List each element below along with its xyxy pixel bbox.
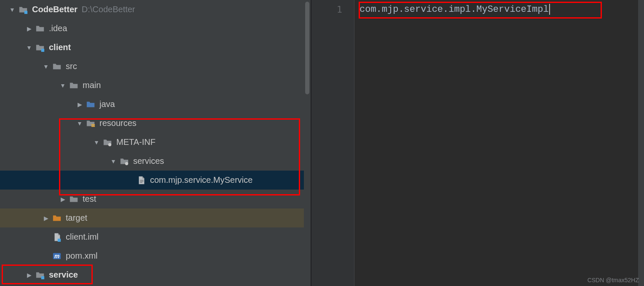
chevron-right-icon[interactable]: ▶	[26, 25, 32, 32]
editor-right-strip	[638, 0, 644, 286]
target-folder-icon	[52, 214, 62, 223]
tree-row-service[interactable]: ▶service	[0, 265, 304, 284]
project-icon	[19, 5, 28, 14]
tree-label: .idea	[49, 24, 67, 33]
svg-rect-6	[140, 180, 143, 180]
chevron-down-icon[interactable]: ▼	[60, 82, 66, 89]
chevron-down-icon[interactable]: ▼	[77, 120, 83, 127]
src-folder-icon	[86, 100, 95, 109]
chevron-right-icon[interactable]: ▶	[60, 196, 66, 203]
res-folder-icon	[86, 119, 95, 128]
chevron-down-icon[interactable]: ▼	[94, 139, 99, 146]
tree-label: META-INF	[116, 137, 156, 147]
project-tree-panel: ▼CodeBetterD:\CodeBetter▶.idea▼client▼sr…	[0, 0, 311, 286]
tree-label: main	[83, 80, 101, 90]
chevron-down-icon[interactable]: ▼	[43, 63, 49, 70]
app-root: ▼CodeBetterD:\CodeBetter▶.idea▼client▼sr…	[0, 0, 644, 286]
tree-row-main[interactable]: ▼main	[0, 76, 304, 95]
iml-icon	[52, 233, 62, 242]
svg-rect-1	[41, 48, 44, 51]
tree-label: java	[99, 99, 115, 109]
chevron-down-icon[interactable]: ▼	[110, 158, 116, 165]
svg-rect-12	[41, 276, 44, 279]
tree-row-java[interactable]: ▶java	[0, 95, 304, 114]
svg-rect-0	[24, 11, 27, 13]
tree-row-meta-inf[interactable]: ▼META-INF	[0, 133, 304, 152]
tree-label: CodeBetter	[32, 5, 78, 14]
tree-row-com-mjp-service-myservice[interactable]: ▶com.mjp.service.MyService	[0, 171, 304, 190]
svg-rect-9	[58, 238, 61, 241]
editor-panel: 1 com.mjp.service.impl.MyServiceImpl CSD…	[311, 0, 644, 286]
line-number: 1	[311, 3, 354, 17]
tree-row-target[interactable]: ▶target	[0, 208, 304, 227]
code-text: com.mjp.service.impl.MyServiceImpl	[360, 4, 549, 15]
tree-label: target	[66, 213, 87, 223]
tree-row-services[interactable]: ▼services	[0, 152, 304, 171]
tree-row--idea[interactable]: ▶.idea	[0, 19, 304, 38]
tree-label: resources	[99, 118, 137, 128]
svg-point-4	[108, 143, 111, 146]
pkg-folder-icon	[120, 157, 129, 166]
folder-icon	[35, 24, 45, 33]
folder-icon	[69, 195, 78, 204]
tree-label: service	[49, 270, 78, 280]
folder-icon	[52, 62, 62, 71]
pkg-folder-icon	[103, 138, 112, 147]
scrollbar-thumb[interactable]	[305, 2, 309, 94]
tree-row-resources[interactable]: ▼resources	[0, 114, 304, 133]
tree-label: src	[66, 61, 77, 71]
tree-label: test	[83, 194, 96, 204]
tree-row-src[interactable]: ▼src	[0, 57, 304, 76]
watermark: CSDN @tmax52HZ	[588, 277, 639, 283]
chevron-right-icon[interactable]: ▶	[77, 101, 83, 108]
tree-label: com.mjp.service.MyService	[150, 175, 252, 185]
editor-gutter: 1	[311, 0, 354, 286]
chevron-down-icon[interactable]: ▼	[26, 44, 32, 51]
tree-label: client	[49, 43, 71, 52]
tree-row-pom-xml[interactable]: ▶mpom.xml	[0, 246, 304, 265]
editor-code-area[interactable]: com.mjp.service.impl.MyServiceImpl	[354, 0, 638, 286]
project-tree[interactable]: ▼CodeBetterD:\CodeBetter▶.idea▼client▼sr…	[0, 0, 304, 286]
svg-rect-2	[91, 124, 95, 125]
tree-aux: D:\CodeBetter	[82, 5, 135, 14]
module-icon	[35, 270, 45, 280]
svg-text:m: m	[54, 253, 59, 259]
tree-row-codebetter[interactable]: ▼CodeBetterD:\CodeBetter	[0, 0, 304, 19]
tree-label: pom.xml	[66, 251, 98, 261]
module-icon	[35, 43, 45, 52]
chevron-down-icon[interactable]: ▼	[9, 6, 15, 13]
file-icon	[137, 176, 146, 185]
tree-label: client.iml	[66, 232, 99, 242]
chevron-right-icon[interactable]: ▶	[43, 215, 49, 222]
svg-rect-3	[91, 126, 95, 127]
svg-point-5	[125, 162, 128, 165]
tree-row-test[interactable]: ▶test	[0, 190, 304, 208]
text-caret	[549, 4, 550, 15]
chevron-right-icon[interactable]: ▶	[26, 272, 32, 278]
svg-rect-7	[140, 181, 143, 181]
tree-row-client-iml[interactable]: ▶client.iml	[0, 227, 304, 246]
tree-scrollbar[interactable]	[304, 0, 311, 286]
code-line-1[interactable]: com.mjp.service.impl.MyServiceImpl	[360, 3, 638, 17]
tree-label: services	[133, 156, 164, 166]
tree-row-client[interactable]: ▼client	[0, 38, 304, 57]
folder-icon	[69, 81, 78, 90]
svg-rect-8	[140, 182, 142, 182]
maven-icon: m	[52, 251, 62, 261]
